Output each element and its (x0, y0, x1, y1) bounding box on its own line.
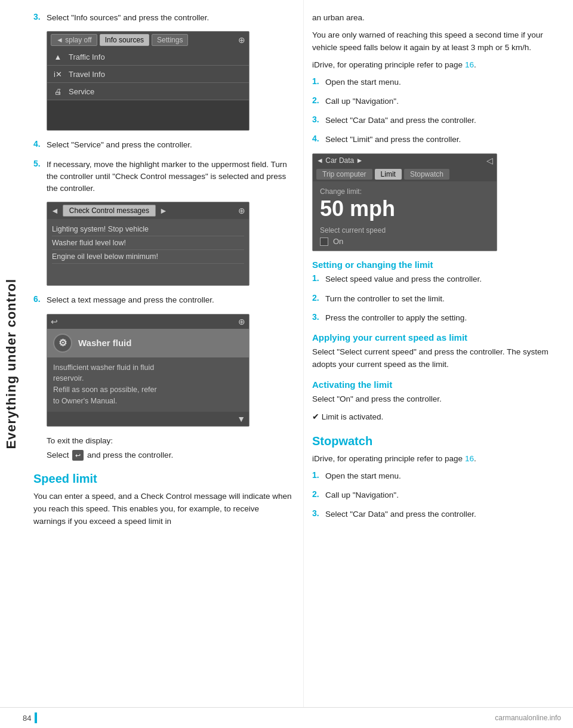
screen1-btn2: Info sources (100, 34, 149, 46)
setting-step-2-text: Turn the controller to set the limit. (325, 293, 445, 305)
right-step-1-text: Open the start menu. (325, 76, 401, 88)
right-step-3: 3. Select "Car Data" and press the contr… (312, 115, 562, 127)
screen1-btn1: ◄ splay off (51, 34, 97, 46)
stopwatch-idrive-link[interactable]: 16 (465, 454, 474, 463)
setting-step-1: 1. Select speed value and press the cont… (312, 273, 562, 285)
screen-info-sources: ◄ splay off Info sources Settings ⊕ ▲ Tr… (47, 31, 249, 131)
right-step-2: 2. Call up "Navigation". (312, 95, 562, 107)
screen3-back-icon: ↩ (51, 317, 58, 326)
screen3-settings-icon: ⊕ (238, 317, 245, 326)
step-3-num: 3. (33, 12, 47, 21)
right-step-4-text: Select "Limit" and press the controller. (325, 134, 461, 146)
speed-limit-heading: Speed limit (33, 472, 292, 486)
right-step-1-num: 1. (312, 76, 325, 86)
right-step-2-num: 2. (312, 95, 325, 105)
right-step-3-text: Select "Car Data" and press the controll… (325, 115, 476, 127)
tab-stopwatch[interactable]: Stopwatch (404, 169, 449, 180)
stopwatch-step-3: 3. Select "Car Data" and press the contr… (312, 508, 562, 520)
cc-msg-3: Engine oil level below minimum! (52, 250, 244, 264)
setting-step-1-text: Select speed value and press the control… (325, 273, 482, 285)
page-bar-indicator (35, 712, 37, 723)
step-4: 4. Select "Service" and press the contro… (33, 139, 292, 151)
screen2-body: Lighting system! Stop vehicle Washer flu… (47, 219, 249, 285)
step-6-num: 6. (33, 294, 47, 304)
applying-para: Select "Select current speed" and press … (312, 346, 562, 371)
stopwatch-step-2-text: Call up "Navigation". (325, 489, 399, 501)
to-exit-line2: Select ↩ and press the controller. (47, 449, 292, 461)
screen1-btn3: Settings (152, 34, 188, 46)
screen3-scroll: ▼ (47, 412, 249, 426)
right-step-4: 4. Select "Limit" and press the controll… (312, 134, 562, 146)
cardata-screen: ◄ Car Data ► ◁ Trip computer Limit Stopw… (312, 153, 497, 252)
sidebar-label: Everything under control (4, 279, 19, 449)
screen2-topbar: ◄ Check Control messages ► ⊕ (47, 202, 249, 219)
on-checkbox[interactable] (320, 237, 328, 246)
stopwatch-step-3-text: Select "Car Data" and press the controll… (325, 508, 476, 520)
setting-step-3-text: Press the controller to apply the settin… (325, 312, 467, 324)
footer-brand: carmanualonline.info (495, 714, 561, 722)
tab-trip-computer[interactable]: Trip computer (316, 169, 372, 180)
cardata-checkbox-row: On (320, 237, 489, 246)
stopwatch-step-2: 2. Call up "Navigation". (312, 489, 562, 501)
right-para2: You are only warned of reaching this spe… (312, 29, 562, 54)
scroll-down-icon: ▼ (237, 414, 245, 424)
screen1-row-traffic: ▲ Traffic Info (47, 48, 249, 66)
left-column: 3. Select "Info sources" and press the c… (23, 0, 303, 728)
setting-step-2-num: 2. (312, 293, 325, 303)
step-3-text: Select "Info sources" and press the cont… (47, 12, 209, 24)
on-label: On (333, 237, 343, 246)
screen-washer-fluid: ↩ ⊕ ⚙ Washer fluid Insufficient washer f… (47, 314, 249, 427)
activating-check: ✔ Limit is activated. (312, 411, 562, 424)
washer-fluid-icon: ⚙ (53, 334, 72, 353)
right-column: an urban area. You are only warned of re… (303, 0, 573, 728)
step-6: 6. Select a text message and press the c… (33, 294, 292, 306)
activating-check-text: Limit is activated. (322, 412, 384, 421)
stopwatch-heading: Stopwatch (312, 434, 562, 448)
applying-heading: Applying your current speed as limit (312, 332, 562, 343)
stopwatch-step-1: 1. Open the start menu. (312, 470, 562, 482)
right-step-4-num: 4. (312, 134, 325, 143)
setting-step-3: 3. Press the controller to apply the set… (312, 312, 562, 324)
step-6-text: Select a text message and press the cont… (47, 294, 214, 306)
screen1-row-service: 🖨 Service (47, 83, 249, 100)
screen1-row-travel: i✕ Travel Info (47, 66, 249, 83)
back-icon-inline: ↩ (72, 450, 84, 461)
stopwatch-step-1-text: Open the start menu. (325, 470, 401, 482)
screen1-service-label: Service (69, 87, 94, 96)
footer-page: 84 (23, 712, 37, 723)
to-exit-line1: To exit the display: (47, 435, 292, 447)
idrive-link[interactable]: 16 (465, 60, 474, 69)
step-5-num: 5. (33, 159, 47, 168)
check-icon: ✔ (312, 412, 319, 421)
wf-line3: Refill as soon as possible, refer (53, 385, 157, 394)
footer: 84 carmanualonline.info (0, 707, 573, 728)
service-icon: 🖨 (52, 86, 64, 97)
cc-msg-2: Washer fluid level low! (52, 236, 244, 250)
speed-limit-para: You can enter a speed, and a Check Contr… (33, 491, 292, 528)
cardata-body: Change limit: 50 mph Select current spee… (313, 181, 497, 251)
select-current-speed-label: Select current speed (320, 226, 489, 235)
step-5-text: If necessary, move the highlight marker … (47, 159, 292, 195)
right-step-3-num: 3. (312, 115, 325, 124)
traffic-icon: ▲ (52, 51, 64, 62)
step-4-num: 4. (33, 139, 47, 149)
screen3-body: Insufficient washer fluid in fluid reser… (47, 357, 249, 412)
right-step-1: 1. Open the start menu. (312, 76, 562, 88)
change-limit-label: Change limit: (320, 187, 489, 196)
screen2-cc-btn: Check Control messages (63, 205, 156, 217)
setting-heading: Setting or changing the limit (312, 260, 562, 270)
to-exit-prefix: Select (47, 451, 71, 459)
cc-msg-1: Lighting system! Stop vehicle (52, 223, 244, 236)
stopwatch-step-2-num: 2. (312, 489, 325, 499)
step-5: 5. If necessary, move the highlight mark… (33, 159, 292, 195)
wf-line1: Insufficient washer fluid in fluid (53, 363, 154, 372)
setting-step-1-num: 1. (312, 273, 325, 283)
to-exit-suffix: and press the controller. (87, 451, 173, 459)
screen2-arrow-left: ◄ (51, 206, 59, 215)
change-limit-value: 50 mph (320, 197, 489, 221)
activating-para: Select "On" and press the controller. (312, 393, 562, 406)
screen1-traffic-label: Traffic Info (69, 53, 105, 61)
travel-icon: i✕ (52, 69, 64, 79)
cardata-title: ◄ Car Data ► (316, 156, 363, 165)
tab-limit[interactable]: Limit (375, 169, 402, 180)
